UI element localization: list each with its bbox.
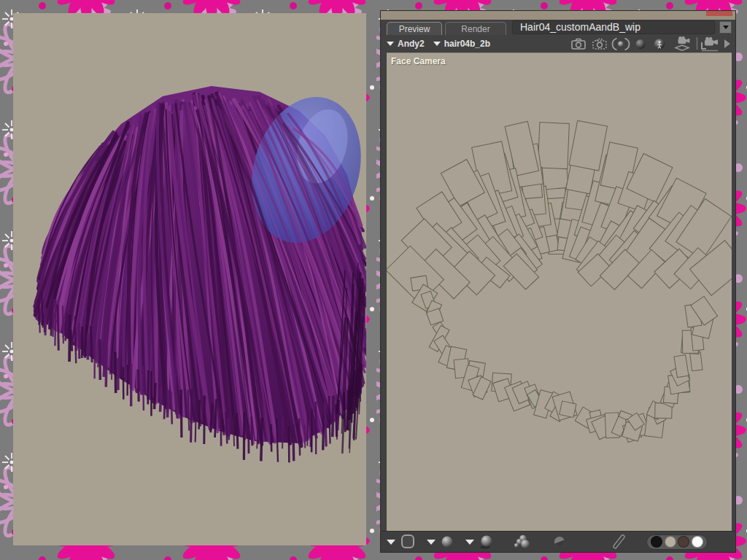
chevron-down-icon xyxy=(465,540,474,545)
document-title-field[interactable]: Hair04_customAandB_wip xyxy=(512,20,715,34)
aux-camera-icon[interactable] xyxy=(651,36,668,51)
background-color-swatches xyxy=(646,534,708,550)
depth-cued-control[interactable] xyxy=(551,533,568,551)
swatch-black[interactable] xyxy=(651,536,662,548)
chevron-down-icon xyxy=(387,42,394,46)
swatch-brown[interactable] xyxy=(678,536,689,548)
tab-bar: Preview Render Hair04_customAandB_wip xyxy=(387,20,732,35)
face-camera-icon[interactable] xyxy=(569,36,588,51)
fly-around-camera-icon[interactable] xyxy=(670,36,694,52)
document-style-icon xyxy=(399,533,417,551)
tab-preview[interactable]: Preview xyxy=(387,22,442,35)
chevron-down-icon xyxy=(427,540,436,545)
dolly-camera-icon[interactable] xyxy=(590,36,609,51)
document-title: Hair04_customAandB_wip xyxy=(520,21,640,33)
display-style-toolbar xyxy=(381,531,735,552)
camera-name-label: Face Camera xyxy=(391,56,446,66)
animating-camera-icon[interactable] xyxy=(696,36,721,52)
smooth-shaded-icon xyxy=(439,533,455,551)
actor-selector-label: Andy2 xyxy=(398,39,425,49)
window-top-strip[interactable] xyxy=(381,11,735,20)
camera-icon-group xyxy=(569,36,732,52)
edit-pencil-icon[interactable] xyxy=(610,533,627,551)
wireframe-hair-view xyxy=(387,53,732,532)
poser-preview-window: Preview Render Hair04_customAandB_wip An… xyxy=(381,11,735,552)
actor-selector[interactable]: Andy2 xyxy=(387,39,425,49)
texture-shaded-icon xyxy=(478,533,495,551)
document-style-control[interactable] xyxy=(387,533,417,551)
swatch-white[interactable] xyxy=(692,536,703,548)
chevron-down-icon xyxy=(723,26,729,29)
panel-menu-button[interactable] xyxy=(719,21,732,34)
camera-controls-row: Andy2 hair04b_2b xyxy=(387,35,732,52)
swatch-tan[interactable] xyxy=(665,536,676,548)
multi-sphere-icon xyxy=(511,533,535,551)
item-selector[interactable]: hair04b_2b xyxy=(433,39,490,49)
tab-render[interactable]: Render xyxy=(445,22,506,35)
window-accent-bar xyxy=(706,11,732,16)
depth-cued-sphere-icon xyxy=(551,533,568,551)
rendered-hair-image xyxy=(13,13,366,545)
main-camera-icon[interactable] xyxy=(632,36,649,51)
multi-style-control[interactable] xyxy=(511,533,535,551)
item-selector-label: hair04b_2b xyxy=(444,39,490,49)
left-right-camera-icon[interactable] xyxy=(611,36,630,51)
preview-viewport[interactable]: Face Camera xyxy=(387,52,732,532)
tab-render-label: Render xyxy=(461,24,489,34)
element-style-control[interactable] xyxy=(427,533,455,551)
more-cameras-arrow-icon[interactable] xyxy=(723,36,732,51)
texture-style-control[interactable] xyxy=(465,533,495,551)
chevron-down-icon xyxy=(433,42,441,46)
chevron-down-icon xyxy=(387,540,395,545)
render-image-panel xyxy=(13,13,366,545)
tab-preview-label: Preview xyxy=(399,24,430,34)
